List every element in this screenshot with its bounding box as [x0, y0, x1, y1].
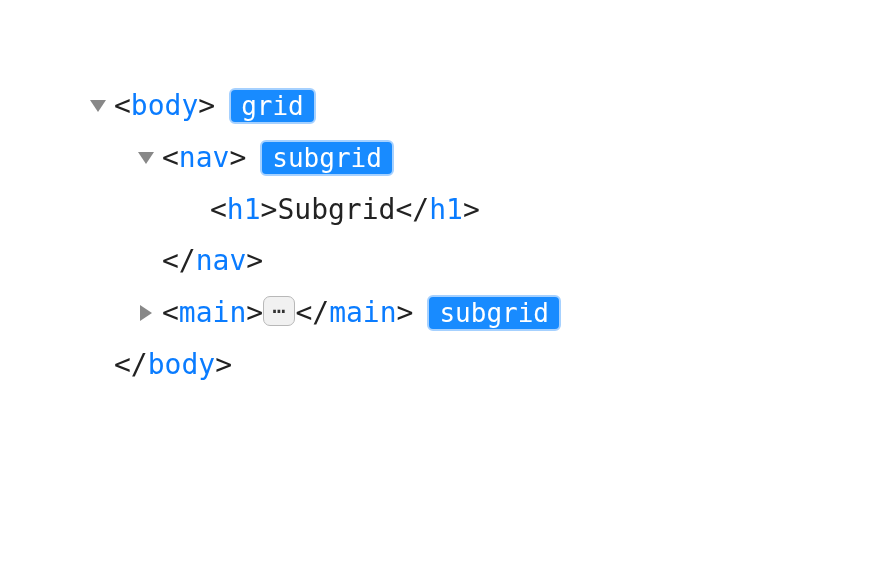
layout-badge-subgrid[interactable]: subgrid — [427, 295, 561, 331]
tree-row-nav-close[interactable]: </nav> — [40, 235, 846, 287]
tag-open-bracket: </ — [295, 287, 329, 339]
tag-close-bracket: > — [246, 235, 263, 287]
svg-marker-2 — [140, 305, 152, 321]
disclosure-triangle-expanded-icon[interactable] — [136, 148, 156, 168]
tag-name-nav-close: nav — [196, 235, 247, 287]
tree-row-nav[interactable]: <nav> subgrid — [40, 132, 846, 184]
tag-close-bracket: > — [198, 80, 215, 132]
tag-name-body: body — [131, 80, 198, 132]
tag-close-bracket: > — [463, 184, 480, 236]
tag-name-h1-close: h1 — [429, 184, 463, 236]
tag-open-bracket: < — [210, 184, 227, 236]
tree-row-h1[interactable]: <h1>Subgrid</h1> — [40, 184, 846, 236]
tag-name-main-close: main — [329, 287, 396, 339]
tree-row-body-close[interactable]: </body> — [40, 339, 846, 391]
tag-close-bracket: > — [246, 287, 263, 339]
tag-name-body-close: body — [148, 339, 215, 391]
tag-open-bracket: < — [162, 132, 179, 184]
tag-close-bracket: > — [397, 287, 414, 339]
tag-close-bracket: > — [215, 339, 232, 391]
tag-name-h1: h1 — [227, 184, 261, 236]
tag-close-bracket: > — [261, 184, 278, 236]
text-node-subgrid: Subgrid — [277, 184, 395, 236]
layout-badge-subgrid[interactable]: subgrid — [260, 140, 394, 176]
tag-open-bracket: </ — [162, 235, 196, 287]
tag-name-main: main — [179, 287, 246, 339]
tree-row-main[interactable]: <main> ⋯ </main> subgrid — [40, 287, 846, 339]
tag-open-bracket: < — [114, 80, 131, 132]
disclosure-triangle-expanded-icon[interactable] — [88, 96, 108, 116]
tag-close-bracket: > — [229, 132, 246, 184]
ellipsis-icon[interactable]: ⋯ — [263, 296, 295, 326]
dom-tree: <body> grid <nav> subgrid <h1>Subgrid</h… — [40, 80, 846, 391]
svg-marker-1 — [138, 152, 154, 164]
layout-badge-grid[interactable]: grid — [229, 88, 316, 124]
svg-marker-0 — [90, 100, 106, 112]
tag-name-nav: nav — [179, 132, 230, 184]
tag-open-bracket: < — [162, 287, 179, 339]
tag-open-bracket: </ — [114, 339, 148, 391]
disclosure-triangle-collapsed-icon[interactable] — [136, 303, 156, 323]
tag-open-bracket: </ — [395, 184, 429, 236]
tree-row-body[interactable]: <body> grid — [40, 80, 846, 132]
